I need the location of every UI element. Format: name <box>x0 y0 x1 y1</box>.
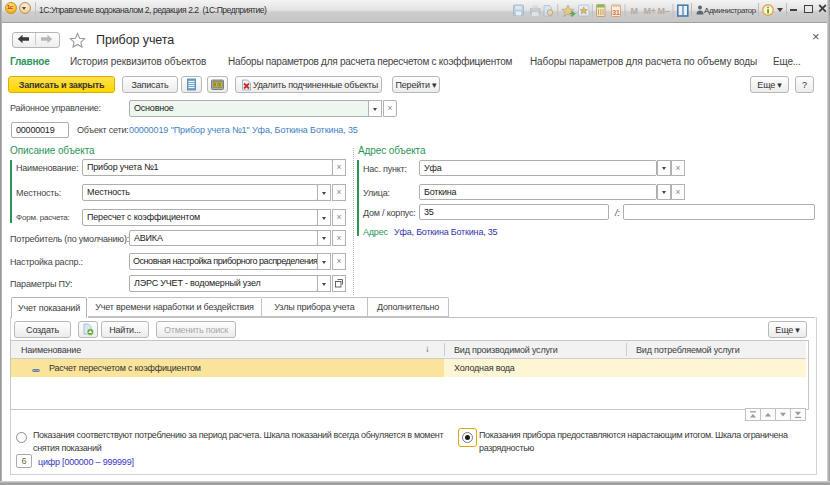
svg-text:M–: M– <box>658 6 670 16</box>
svg-text:31: 31 <box>612 9 620 16</box>
svg-text:M+: M+ <box>644 6 656 16</box>
svg-text:M: M <box>631 6 638 16</box>
